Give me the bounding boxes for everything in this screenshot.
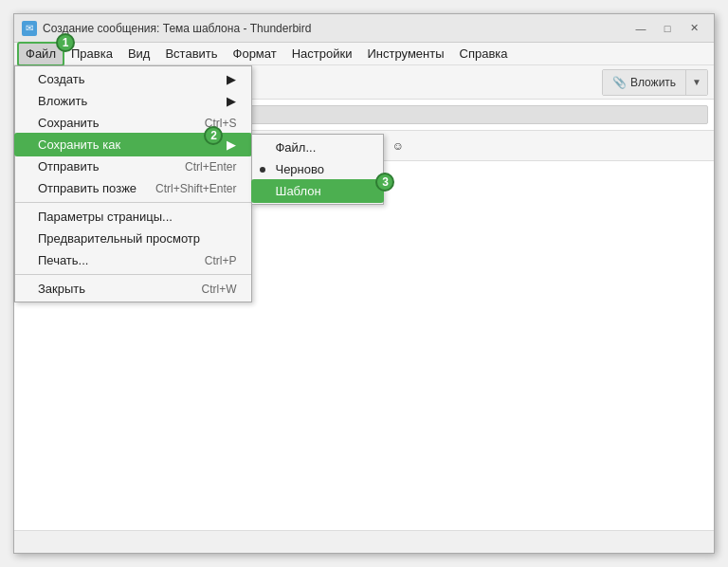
menu-close-label: Закрыть (38, 282, 85, 296)
menu-send-label: Отправить (38, 159, 99, 174)
menu-create[interactable]: Создать ▶ (15, 68, 251, 90)
emoji-button[interactable]: ☺ (388, 136, 409, 156)
menu-preview-label: Предварительный просмотр (38, 231, 200, 246)
attach-main[interactable]: 📎 Вложить (603, 70, 686, 95)
close-button[interactable]: ✕ (682, 19, 706, 38)
menu-format-label: Формат (233, 46, 277, 61)
submenu-template[interactable]: Шаблон 3 (252, 180, 383, 202)
menu-page-setup-label: Параметры страницы... (38, 210, 173, 224)
menu-settings[interactable]: Настройки (284, 43, 360, 65)
menubar: Файл 1 Правка Вид Вставить Формат Настро… (14, 43, 714, 65)
menu-edit[interactable]: Правка (64, 43, 120, 65)
menu-send-later-label: Отправить позже (38, 181, 136, 195)
menu-create-label: Создать (38, 72, 84, 86)
paste-arrow-icon: ▶ (227, 94, 236, 108)
menu-save-as[interactable]: Сохранить как ▶ 2 Файл... Черново Шаблон (15, 134, 251, 155)
menu-paste[interactable]: Вложить ▶ (15, 90, 251, 112)
submenu-template-label: Шаблон (275, 184, 320, 198)
statusbar (14, 530, 714, 553)
app-icon: ✉ (22, 21, 37, 36)
menu-help-label: Справка (460, 46, 508, 61)
menu-tools-label: Инструменты (367, 46, 444, 61)
draft-dot (260, 167, 265, 173)
menu-preview[interactable]: Предварительный просмотр (15, 228, 251, 249)
window-title: Создание сообщения: Тема шаблона - Thund… (43, 22, 628, 35)
save-as-submenu: Файл... Черново Шаблон 3 (251, 134, 384, 205)
menu-paste-label: Вложить (38, 94, 87, 108)
file-dropdown: Создать ▶ Вложить ▶ Сохранить Ctrl+S Сох… (14, 65, 252, 302)
minimize-button[interactable]: — (628, 19, 653, 38)
menu-insert-label: Вставить (165, 46, 217, 61)
menu-help[interactable]: Справка (452, 43, 516, 65)
submenu-file[interactable]: Файл... (252, 137, 383, 158)
save-as-arrow-icon: ▶ (227, 137, 236, 152)
create-arrow-icon: ▶ (227, 72, 236, 86)
separator-2 (15, 274, 251, 275)
menu-close-shortcut: Ctrl+W (201, 283, 236, 296)
menu-file-label: Файл (26, 46, 56, 61)
menu-send-later[interactable]: Отправить позже Ctrl+Shift+Enter (15, 177, 251, 199)
menu-send[interactable]: Отправить Ctrl+Enter (15, 155, 251, 177)
attach-label: Вложить (630, 76, 676, 89)
menu-send-shortcut: Ctrl+Enter (185, 160, 236, 174)
menu-settings-label: Настройки (292, 46, 353, 61)
menu-send-later-shortcut: Ctrl+Shift+Enter (155, 182, 236, 195)
menu-file[interactable]: Файл 1 (18, 43, 64, 65)
menu-print-label: Печать... (38, 253, 88, 267)
menu-print[interactable]: Печать... Ctrl+P (15, 249, 251, 271)
menu-page-setup[interactable]: Параметры страницы... (15, 206, 251, 228)
menu-edit-label: Правка (71, 46, 113, 61)
menu-save-label: Сохранить (38, 116, 100, 130)
menu-print-shortcut: Ctrl+P (205, 254, 237, 267)
attach-arrow[interactable]: ▼ (686, 70, 707, 95)
submenu-draft-label: Черново (275, 162, 324, 176)
menu-view[interactable]: Вид (120, 43, 158, 65)
menu-save[interactable]: Сохранить Ctrl+S (15, 112, 251, 134)
submenu-draft[interactable]: Черново (252, 158, 383, 180)
menu-close[interactable]: Закрыть Ctrl+W (15, 278, 251, 300)
maximize-button[interactable]: □ (655, 19, 680, 38)
separator-1 (15, 202, 251, 203)
main-window: ✉ Создание сообщения: Тема шаблона - Thu… (13, 13, 715, 554)
attach-button[interactable]: 📎 Вложить ▼ (602, 69, 708, 96)
menu-view-label: Вид (128, 46, 151, 61)
menu-insert[interactable]: Вставить (157, 43, 225, 65)
submenu-file-label: Файл... (275, 140, 316, 155)
menu-save-as-label: Сохранить как (38, 137, 120, 152)
menu-tools[interactable]: Инструменты (359, 43, 451, 65)
attach-icon: 📎 (612, 76, 627, 89)
menu-save-shortcut: Ctrl+S (205, 117, 237, 130)
window-controls: — □ ✕ (628, 19, 706, 38)
titlebar: ✉ Создание сообщения: Тема шаблона - Thu… (14, 14, 714, 43)
menu-format[interactable]: Формат (226, 43, 284, 65)
